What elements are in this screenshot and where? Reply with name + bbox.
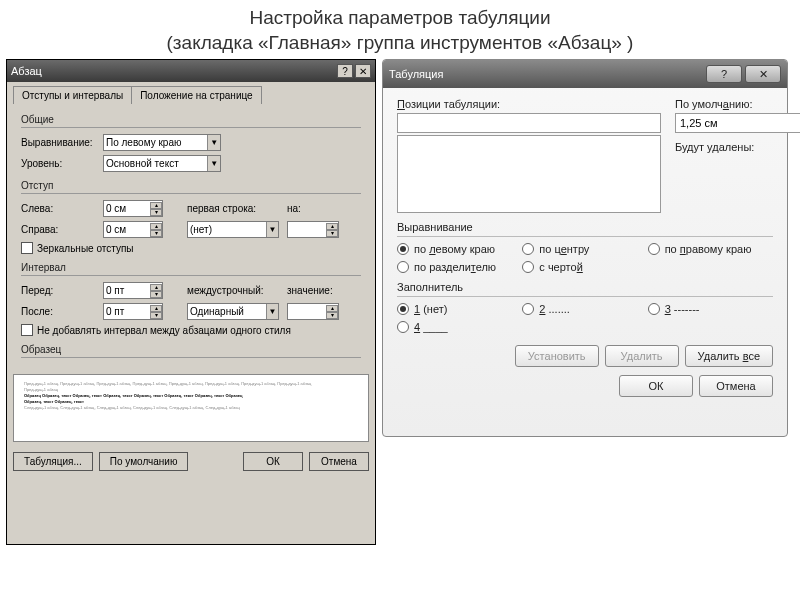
- positions-input[interactable]: [397, 113, 661, 133]
- leader-2-radio[interactable]: 2 .......: [522, 303, 647, 315]
- chevron-down-icon: ▼: [207, 156, 220, 171]
- leader-1-radio[interactable]: 1 (нет): [397, 303, 522, 315]
- set-button[interactable]: Установить: [515, 345, 599, 367]
- value-label: значение:: [287, 285, 331, 296]
- ok-button[interactable]: ОК: [619, 375, 693, 397]
- dialog-title: Абзац: [11, 65, 335, 77]
- tabulation-dialog: Табуляция ? ✕ Позиции табуляции: По умол…: [382, 59, 788, 437]
- indent-right-label: Справа:: [21, 224, 99, 235]
- linesp-label: междустрочный:: [187, 285, 283, 296]
- dialog-title: Табуляция: [389, 68, 703, 80]
- clear-all-button[interactable]: Удалить все: [685, 345, 773, 367]
- ok-button[interactable]: ОК: [243, 452, 303, 471]
- default-button[interactable]: По умолчанию: [99, 452, 189, 471]
- by-label: на:: [287, 203, 313, 214]
- close-button[interactable]: ✕: [355, 64, 371, 78]
- after-input[interactable]: ▴▾: [103, 303, 163, 320]
- clear-button[interactable]: Удалить: [605, 345, 679, 367]
- align-left-radio[interactable]: по левому краю: [397, 243, 522, 255]
- titlebar: Табуляция ? ✕: [383, 60, 787, 88]
- leader-4-radio[interactable]: 4 ____: [397, 321, 522, 333]
- tabs: Отступы и интервалы Положение на страниц…: [7, 82, 375, 104]
- tab-indents[interactable]: Отступы и интервалы: [13, 86, 132, 104]
- linesp-select[interactable]: ▼: [187, 303, 279, 320]
- before-label: Перед:: [21, 285, 99, 296]
- group-indent: Отступ: [21, 180, 361, 191]
- cancel-button[interactable]: Отмена: [699, 375, 773, 397]
- chevron-down-icon: ▼: [207, 135, 220, 150]
- alignment-group-label: Выравнивание: [397, 221, 773, 233]
- leader-group-label: Заполнитель: [397, 281, 773, 293]
- cleared-label: Будут удалены:: [675, 141, 773, 153]
- align-bar-radio[interactable]: с чертой: [522, 261, 647, 273]
- group-spacing: Интервал: [21, 262, 361, 273]
- help-button[interactable]: ?: [706, 65, 742, 83]
- align-center-radio[interactable]: по центру: [522, 243, 647, 255]
- by-input[interactable]: ▴▾: [287, 221, 339, 238]
- titlebar: Абзац ? ✕: [7, 60, 375, 82]
- align-decimal-radio[interactable]: по разделителю: [397, 261, 522, 273]
- page-title: Настройка параметров табуляции (закладка…: [0, 0, 800, 59]
- sample-label: Образец: [21, 344, 361, 355]
- indent-right-input[interactable]: ▴▾: [103, 221, 163, 238]
- firstline-label: первая строка:: [187, 203, 283, 214]
- default-spinner[interactable]: ▴▾: [675, 113, 773, 133]
- before-input[interactable]: ▴▾: [103, 282, 163, 299]
- alignment-label: Выравнивание:: [21, 137, 99, 148]
- positions-list[interactable]: [397, 135, 661, 213]
- tabs-button[interactable]: Табуляция...: [13, 452, 93, 471]
- leader-3-radio[interactable]: 3 -------: [648, 303, 773, 315]
- alignment-select[interactable]: ▼: [103, 134, 221, 151]
- close-button[interactable]: ✕: [745, 65, 781, 83]
- chevron-down-icon: ▼: [266, 222, 278, 237]
- default-label: По умолчанию:: [675, 98, 773, 110]
- tab-position[interactable]: Положение на странице: [131, 86, 261, 104]
- align-right-radio[interactable]: по правому краю: [648, 243, 773, 255]
- indent-left-label: Слева:: [21, 203, 99, 214]
- positions-label: Позиции табуляции:: [397, 98, 661, 110]
- cancel-button[interactable]: Отмена: [309, 452, 369, 471]
- paragraph-dialog: Абзац ? ✕ Отступы и интервалы Положение …: [6, 59, 376, 545]
- nospace-checkbox[interactable]: Не добавлять интервал между абзацами одн…: [21, 324, 361, 336]
- help-button[interactable]: ?: [337, 64, 353, 78]
- level-label: Уровень:: [21, 158, 99, 169]
- value-input[interactable]: ▴▾: [287, 303, 339, 320]
- firstline-select[interactable]: ▼: [187, 221, 279, 238]
- preview-box: Пред-дущ-1 абзац, Пред-дущ-1 абзац, Пред…: [13, 374, 369, 442]
- after-label: После:: [21, 306, 99, 317]
- mirror-checkbox[interactable]: Зеркальные отступы: [21, 242, 361, 254]
- indent-left-input[interactable]: ▴▾: [103, 200, 163, 217]
- level-select[interactable]: ▼: [103, 155, 221, 172]
- group-general: Общие: [21, 114, 361, 125]
- chevron-down-icon: ▼: [266, 304, 278, 319]
